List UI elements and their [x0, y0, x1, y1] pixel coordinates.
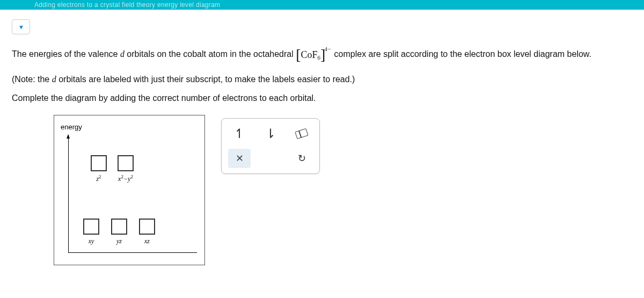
chevron-down-icon: ▾	[19, 23, 23, 31]
orbital-label: z2	[96, 175, 101, 182]
d-variable: d	[120, 49, 125, 59]
topbar-title: Adding electrons to a crystal field theo…	[34, 1, 220, 9]
lower-orbital-row: xy yz xz	[83, 219, 155, 244]
x-icon: ✕	[236, 152, 244, 164]
y-axis-label: energy	[61, 123, 82, 131]
topbar: Adding electrons to a crystal field theo…	[0, 0, 644, 10]
arrow-down-icon: ⇂	[265, 126, 276, 141]
orbital-label: yz	[116, 238, 122, 244]
orbital-label: xz	[144, 238, 150, 244]
spin-down-button[interactable]: ⇂	[259, 124, 282, 143]
upper-orbital-row: z2 x2−y2	[91, 155, 134, 182]
undo-button[interactable]: ↻	[290, 149, 313, 168]
energy-diagram: energy z2 x2−y2 xy	[54, 115, 205, 265]
spin-up-button[interactable]: ↿	[228, 124, 251, 143]
orbital-box-yz[interactable]	[111, 219, 127, 235]
tool-row-1: ↿ ⇂	[228, 124, 313, 143]
orbital-yz: yz	[111, 219, 127, 244]
orbital-box-x2y2[interactable]	[118, 155, 134, 171]
formula-core: CoF	[301, 47, 318, 63]
arrow-up-icon: ↿	[234, 126, 245, 141]
text-fragment: (Note: the	[12, 75, 52, 84]
clear-button[interactable]: ✕	[228, 149, 251, 168]
prompt-line-1: The energies of the valence d orbitals o…	[12, 42, 632, 68]
text-fragment: orbitals are labeled with just their sub…	[56, 75, 355, 84]
diagram-area: energy z2 x2−y2 xy	[54, 115, 632, 265]
prompt-line-3: Complete the diagram by adding the corre…	[12, 91, 632, 105]
chemical-formula: [CoF6]4−	[296, 42, 332, 68]
tool-panel: ↿ ⇂ ✕ ↻	[221, 118, 320, 174]
eraser-icon	[295, 128, 308, 139]
orbital-box-xy[interactable]	[83, 219, 99, 235]
orbital-box-xz[interactable]	[139, 219, 155, 235]
orbital-xy: xy	[83, 219, 99, 244]
text-fragment: The energies of the valence	[12, 49, 120, 59]
content-area: ▾ The energies of the valence d orbitals…	[0, 10, 644, 275]
y-axis	[68, 135, 69, 253]
eraser-button[interactable]	[290, 124, 313, 143]
x-axis	[68, 252, 197, 253]
text-fragment: orbitals on the cobalt atom in the octah…	[125, 49, 296, 59]
orbital-label: xy	[89, 238, 94, 244]
tool-row-2: ✕ ↻	[228, 149, 313, 168]
undo-icon: ↻	[298, 152, 306, 164]
orbital-xz: xz	[139, 219, 155, 244]
orbital-label: x2−y2	[118, 175, 133, 182]
orbital-z2: z2	[91, 155, 107, 182]
collapse-button[interactable]: ▾	[12, 19, 30, 34]
left-bracket: [	[296, 42, 301, 68]
prompt-line-2: (Note: the d orbitals are labeled with j…	[12, 72, 632, 86]
orbital-x2y2: x2−y2	[118, 155, 134, 182]
d-variable: d	[52, 75, 56, 84]
formula-superscript: 4−	[324, 44, 331, 54]
orbital-box-z2[interactable]	[91, 155, 107, 171]
text-fragment: complex are split according to the elect…	[334, 49, 591, 59]
formula-subscript: 6	[318, 53, 321, 63]
